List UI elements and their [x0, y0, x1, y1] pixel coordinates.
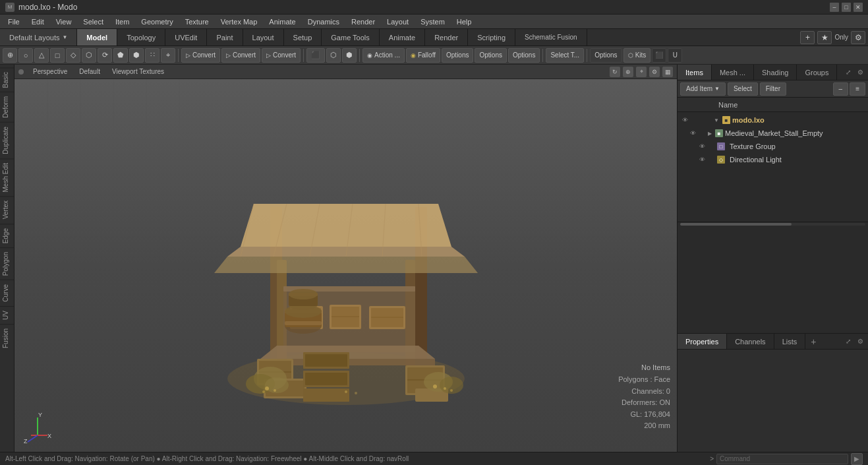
- toolbar-icon-9[interactable]: ⬢: [129, 48, 144, 63]
- toolbar-icon-8[interactable]: ⬟: [113, 48, 128, 63]
- toolbar-icon-3[interactable]: △: [34, 48, 49, 63]
- menu-animate[interactable]: Animate: [264, 16, 301, 27]
- tab-star-button[interactable]: ★: [817, 31, 832, 44]
- prop-tab-properties[interactable]: Properties: [678, 334, 727, 349]
- eye-icon-directionallight[interactable]: 👁: [697, 155, 707, 164]
- tab-paint[interactable]: Paint: [207, 29, 243, 46]
- menu-select[interactable]: Select: [78, 16, 109, 27]
- tab-add-button[interactable]: +: [800, 31, 815, 44]
- list-item-directionallight[interactable]: 👁 ◇ Directional Light: [678, 153, 868, 166]
- prop-tab-lists[interactable]: Lists: [774, 334, 806, 349]
- viewport-display-btn[interactable]: Viewport Textures: [109, 67, 167, 76]
- menu-layout[interactable]: Layout: [382, 16, 414, 27]
- sidebar-tab-vertex[interactable]: Vertex: [0, 196, 14, 223]
- panel-settings-icon[interactable]: ⚙: [855, 67, 865, 78]
- filter-button[interactable]: Filter: [760, 82, 786, 96]
- sidebar-tab-basic[interactable]: Basic: [0, 67, 14, 92]
- convert-btn-2[interactable]: ▷ Convert: [221, 48, 260, 63]
- tab-scripting[interactable]: Scripting: [468, 29, 515, 46]
- eye-icon-medieval[interactable]: 👁: [688, 129, 697, 138]
- toolbar-icon-6[interactable]: ⬡: [82, 48, 96, 63]
- viewport-icon-rotate[interactable]: ↻: [610, 67, 620, 77]
- viewport-shading-btn[interactable]: Default: [76, 67, 103, 76]
- sidebar-tab-uv[interactable]: UV: [0, 306, 14, 324]
- options-btn-3[interactable]: Options: [508, 48, 540, 63]
- menu-render[interactable]: Render: [346, 16, 380, 27]
- menu-item[interactable]: Item: [110, 16, 134, 27]
- menu-help[interactable]: Help: [451, 16, 477, 27]
- convert-btn-3[interactable]: ▷ Convert: [262, 48, 301, 63]
- menu-file[interactable]: File: [3, 16, 25, 27]
- action-btn[interactable]: ◉ Action ...: [362, 48, 405, 63]
- toolbar-icon-1[interactable]: ⊕: [3, 48, 17, 63]
- command-input[interactable]: Command: [716, 454, 848, 464]
- tab-layout[interactable]: Layout: [243, 29, 284, 46]
- tab-settings-button[interactable]: ⚙: [851, 31, 865, 44]
- items-toolbar-minus[interactable]: –: [833, 82, 849, 96]
- toolbar-icon-4[interactable]: □: [50, 48, 65, 63]
- menu-dynamics[interactable]: Dynamics: [303, 16, 345, 27]
- panel-tab-mesh[interactable]: Mesh ...: [712, 65, 754, 80]
- menu-texture[interactable]: Texture: [180, 16, 214, 27]
- select-t-btn[interactable]: Select T...: [546, 48, 584, 63]
- options-right-btn[interactable]: Options: [590, 48, 622, 63]
- command-execute-button[interactable]: ▶: [851, 453, 863, 465]
- tab-game-tools[interactable]: Game Tools: [322, 29, 380, 46]
- toolbar-icon-5[interactable]: ◇: [66, 48, 80, 63]
- sidebar-tab-duplicate[interactable]: Duplicate: [0, 122, 14, 158]
- items-list[interactable]: 👁 ▼ ■ modo.lxo 👁 ▶ ■ Medieval_Market_Sta…: [678, 112, 868, 222]
- toolbar-mode-icon-2[interactable]: ⬡: [326, 48, 341, 63]
- close-button[interactable]: ✕: [854, 3, 863, 12]
- viewport-icon-settings[interactable]: ⚙: [649, 67, 660, 77]
- sidebar-tab-mesh-edit[interactable]: Mesh Edit: [0, 158, 14, 196]
- options-btn-1[interactable]: Options: [442, 48, 473, 63]
- options-btn-2[interactable]: Options: [475, 48, 506, 63]
- menu-geometry[interactable]: Geometry: [136, 16, 178, 27]
- tab-render[interactable]: Render: [425, 29, 468, 46]
- tab-model[interactable]: Model: [77, 29, 117, 46]
- panel-expand-icon[interactable]: ⤢: [843, 67, 854, 78]
- toolbar-ue-icon[interactable]: ⬛: [652, 48, 666, 63]
- sidebar-tab-edge[interactable]: Edge: [0, 224, 14, 247]
- tab-topology[interactable]: Topology: [117, 29, 165, 46]
- list-item-modolxo[interactable]: 👁 ▼ ■ modo.lxo: [678, 113, 868, 127]
- menu-vertex-map[interactable]: Vertex Map: [216, 16, 263, 27]
- viewport-icon-pan[interactable]: ⌖: [636, 67, 647, 77]
- items-toolbar-filter2[interactable]: ≡: [850, 82, 865, 96]
- panel-tab-groups[interactable]: Groups: [797, 65, 837, 80]
- kits-btn[interactable]: ⬡ Kits: [623, 48, 651, 63]
- add-item-button[interactable]: Add Item ▼: [680, 82, 726, 96]
- panel-tab-shading[interactable]: Shading: [754, 65, 797, 80]
- menu-system[interactable]: System: [415, 16, 450, 27]
- list-item-medieval[interactable]: 👁 ▶ ■ Medieval_Market_Stall_Empty: [678, 127, 868, 140]
- eye-icon-modolxo[interactable]: 👁: [680, 115, 689, 125]
- tab-schematic-fusion[interactable]: Schematic Fusion: [515, 29, 587, 46]
- minimize-button[interactable]: –: [830, 3, 839, 12]
- prop-panel-settings-icon[interactable]: ⚙: [855, 336, 865, 347]
- items-scrollbar[interactable]: [678, 222, 868, 227]
- sidebar-tab-deform[interactable]: Deform: [0, 92, 14, 122]
- toolbar-icon-11[interactable]: ⌖: [161, 48, 175, 63]
- select-button[interactable]: Select: [728, 82, 758, 96]
- tab-uvedit[interactable]: UVEdit: [165, 29, 207, 46]
- toolbar-icon-7[interactable]: ⟳: [98, 48, 112, 63]
- toolbar-mode-icon[interactable]: ⬛: [306, 48, 325, 63]
- sidebar-tab-polygon[interactable]: Polygon: [0, 247, 14, 280]
- prop-panel-expand-icon[interactable]: ⤢: [843, 336, 854, 347]
- viewport-perspective-btn[interactable]: Perspective: [30, 67, 70, 76]
- toolbar-icon-2[interactable]: ○: [18, 48, 33, 63]
- toolbar-mode-icon-3[interactable]: ⬢: [342, 48, 357, 63]
- sidebar-tab-fusion[interactable]: Fusion: [0, 324, 14, 352]
- tab-animate[interactable]: Animate: [380, 29, 425, 46]
- sidebar-tab-curve[interactable]: Curve: [0, 280, 14, 306]
- tab-setup[interactable]: Setup: [284, 29, 322, 46]
- toolbar-unreal-icon[interactable]: U: [668, 48, 682, 63]
- viewport-icon-layout[interactable]: ▦: [662, 67, 673, 77]
- eye-icon-texturegroup[interactable]: 👁: [697, 142, 707, 151]
- menu-view[interactable]: View: [51, 16, 77, 27]
- toolbar-icon-10[interactable]: ∷: [145, 48, 159, 63]
- panel-tab-items[interactable]: Items: [678, 65, 712, 80]
- maximize-button[interactable]: □: [842, 3, 851, 12]
- prop-tab-channels[interactable]: Channels: [727, 334, 774, 349]
- viewport-icon-zoom[interactable]: ⊕: [623, 67, 633, 77]
